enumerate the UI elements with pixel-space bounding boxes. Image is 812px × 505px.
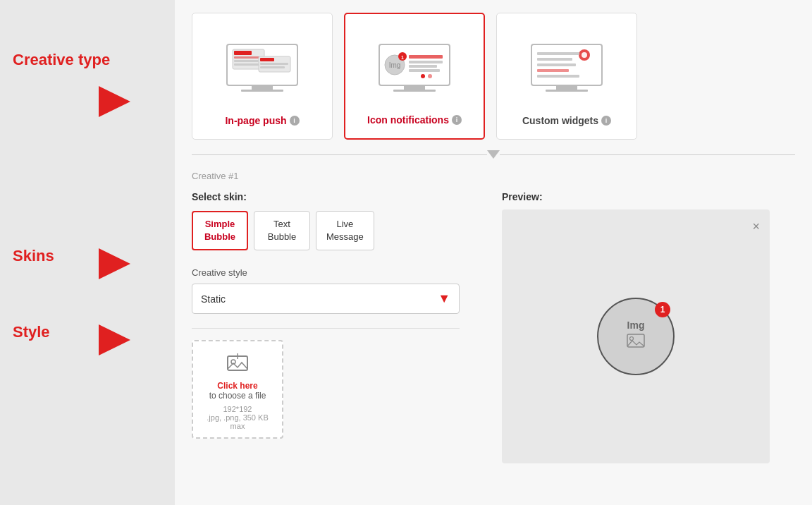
skin-options: SimpleBubble TextBubble LiveMessage [192, 211, 485, 250]
card-in-page-push[interactable]: In-page push i [192, 13, 333, 140]
svg-point-23 [421, 74, 425, 78]
creative-type-row: In-page push i Img 1 [192, 13, 795, 140]
sidebar: Creative type Skins Style [0, 0, 175, 505]
divider-right [500, 154, 795, 155]
preview-notification: Img 1 [597, 298, 675, 375]
creative-number: Creative #1 [192, 171, 795, 181]
upload-formats: .jpg, .png, 350 KB max [199, 413, 276, 430]
svg-rect-9 [260, 58, 274, 61]
style-dropdown[interactable]: Static ▼ [192, 284, 460, 314]
preview-circle: Img 1 [597, 298, 675, 375]
info-icon-custom-widgets[interactable]: i [601, 116, 611, 126]
info-icon-icon-notifications[interactable]: i [452, 115, 462, 125]
svg-rect-2 [241, 90, 283, 92]
svg-rect-26 [556, 85, 577, 90]
svg-point-40 [630, 337, 634, 341]
upload-click-label: Click here [217, 381, 257, 391]
style-arrow [99, 324, 130, 358]
card-label-custom-widgets: Custom widgets i [522, 115, 611, 126]
upload-size: 192*192 [223, 405, 252, 413]
creative-style-label: Creative style [192, 267, 485, 278]
svg-rect-10 [260, 63, 288, 65]
preview-label: Preview: [502, 191, 795, 202]
svg-rect-34 [537, 75, 579, 78]
svg-rect-32 [537, 63, 576, 66]
svg-rect-19 [409, 55, 443, 59]
upload-description: to choose a file [209, 391, 266, 401]
svg-rect-27 [546, 90, 588, 92]
svg-rect-1 [252, 85, 273, 90]
two-col-layout: Select skin: SimpleBubble TextBubble Liv… [192, 191, 795, 463]
svg-marker-35 [487, 150, 500, 159]
svg-rect-5 [234, 56, 262, 59]
svg-rect-30 [537, 52, 579, 55]
skin-simple-bubble[interactable]: SimpleBubble [192, 211, 248, 250]
svg-rect-39 [627, 334, 644, 347]
preview-box: × Img 1 [502, 209, 770, 463]
svg-rect-7 [234, 63, 262, 66]
svg-rect-11 [260, 66, 285, 68]
creative-type-arrow [99, 86, 130, 120]
info-icon-in-page-push[interactable]: i [290, 116, 300, 126]
divider-row [192, 151, 795, 158]
svg-point-24 [428, 74, 432, 78]
divider-left [192, 154, 487, 155]
style-divider [192, 328, 460, 329]
preview-image-icon [627, 334, 645, 353]
card-icon-icon-notifications: Img 1 [372, 25, 457, 109]
upload-box[interactable]: Click here to choose a file 192*192 .jpg… [192, 340, 283, 439]
svg-point-29 [582, 52, 587, 58]
style-label: Style [13, 323, 50, 341]
upload-icon [226, 352, 249, 377]
select-skin-label: Select skin: [192, 191, 485, 202]
svg-rect-31 [537, 58, 572, 61]
skins-arrow [99, 248, 130, 282]
preview-img-label: Img [627, 320, 645, 331]
svg-rect-4 [234, 51, 252, 55]
preview-badge: 1 [655, 302, 670, 317]
svg-rect-6 [234, 60, 259, 62]
card-icon-in-page-push [220, 25, 304, 109]
card-custom-widgets[interactable]: Custom widgets i [496, 13, 637, 140]
card-icon-notifications[interactable]: Img 1 Icon notifications i [344, 13, 485, 140]
style-dropdown-value: Static [201, 293, 226, 305]
svg-rect-21 [409, 65, 437, 68]
skin-live-message[interactable]: LiveMessage [316, 211, 374, 250]
right-column: Preview: × Img 1 [502, 191, 795, 463]
card-icon-custom-widgets [524, 25, 609, 109]
svg-rect-20 [409, 61, 443, 63]
svg-rect-22 [409, 69, 440, 72]
close-icon[interactable]: × [752, 219, 760, 234]
skin-text-bubble[interactable]: TextBubble [254, 211, 310, 250]
creative-type-label: Creative type [13, 51, 110, 69]
svg-rect-14 [393, 90, 436, 92]
svg-text:1: 1 [401, 55, 404, 60]
svg-text:Img: Img [389, 61, 401, 69]
main-content: In-page push i Img 1 [175, 0, 812, 505]
skins-label: Skins [13, 247, 54, 265]
divider-arrow-icon [487, 151, 500, 158]
left-column: Select skin: SimpleBubble TextBubble Liv… [192, 191, 485, 463]
card-label-in-page-push: In-page push i [225, 115, 299, 126]
card-label-icon-notifications: Icon notifications i [367, 114, 462, 126]
dropdown-arrow-icon: ▼ [438, 291, 450, 306]
svg-rect-33 [537, 69, 569, 72]
svg-rect-13 [404, 85, 425, 90]
